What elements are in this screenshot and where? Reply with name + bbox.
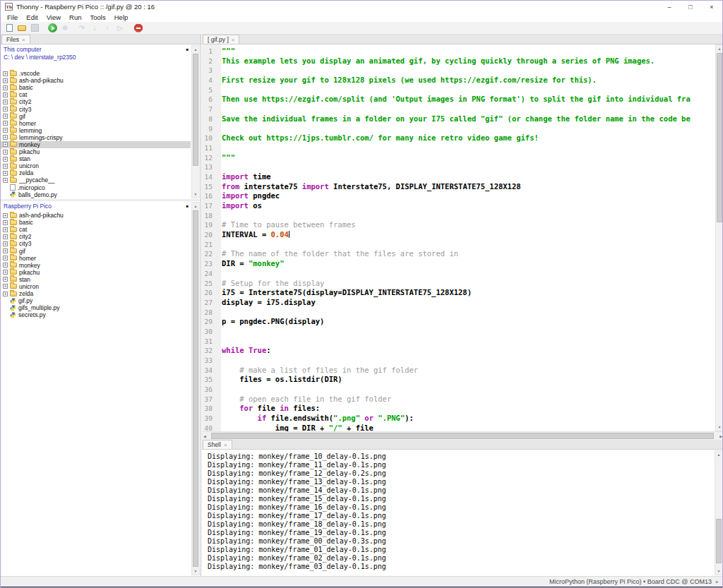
expand-icon[interactable]: + [3,277,8,282]
tree-item-ash-and-pikachu[interactable]: +ash-and-pikachu [1,77,191,84]
files-tab[interactable]: Files × [1,35,30,44]
expand-icon[interactable]: + [3,128,8,133]
tree-item-stan[interactable]: +stan [1,276,191,283]
scrollbar-thumb[interactable] [193,210,198,567]
scrollbar-thumb[interactable] [716,519,722,563]
open-file-button[interactable] [16,23,28,33]
panel-menu-icon[interactable]: ■ [186,47,189,52]
tree-item-__pycache__[interactable]: +__pycache__ [1,176,191,184]
scroll-down-icon[interactable]: ▼ [715,568,722,575]
editor-tab-gif-py[interactable]: [ gif.py ] × [203,35,239,44]
expand-icon[interactable]: + [3,256,8,260]
current-path[interactable]: C: \ dev \ interstate_rp2350 [1,54,201,61]
tree-item-.vscode[interactable]: +.vscode [1,70,191,77]
tree-item-lemmings-crispy[interactable]: +lemmings-crispy [1,134,191,141]
expand-icon[interactable]: + [3,248,8,253]
tree-item-unicron[interactable]: +unicron [1,162,191,169]
expand-icon[interactable]: + [3,220,8,225]
tree-item-pikachu[interactable]: +pikachu [1,148,191,155]
close-icon[interactable]: × [22,37,25,43]
tree-item-city3[interactable]: +city3 [1,105,191,112]
minimize-button[interactable]: – [659,1,680,13]
expand-icon[interactable]: + [3,284,8,289]
ukraine-flag-button[interactable] [151,23,162,33]
stop-button[interactable] [133,23,144,33]
interpreter-status[interactable]: MicroPython (Raspberry Pi Pico) • Board … [549,578,712,585]
scroll-up-icon[interactable]: ▲ [716,45,723,52]
expand-icon[interactable]: + [3,92,8,97]
scrollbar-thumb[interactable] [211,433,714,439]
code-editor[interactable]: 1"""2This example lets you display an an… [202,44,723,431]
expand-icon[interactable]: + [3,121,8,126]
tree-item-secrets.py[interactable]: secrets.py [1,311,191,318]
tree-item-balls_demo.py[interactable]: balls_demo.py [1,191,191,198]
status-menu-icon[interactable]: ≡ [715,580,718,584]
tree-item-stan[interactable]: +stan [1,155,191,162]
tree-item-zelda[interactable]: +zelda [1,169,191,176]
expand-icon[interactable]: + [3,85,8,90]
menu-file[interactable]: File [3,13,22,21]
expand-icon[interactable]: + [3,142,8,147]
tree-item-lemming[interactable]: +lemming [1,127,191,134]
tree-item-basic[interactable]: +basic [1,219,191,226]
expand-icon[interactable]: + [3,164,8,169]
tree-item-homer[interactable]: +homer [1,255,191,262]
files-scrollbar[interactable]: ▲ ▼ [191,45,200,198]
close-icon[interactable]: × [224,442,227,448]
tree-item-city2[interactable]: +city2 [1,98,191,105]
panel-menu-icon[interactable]: ■ [186,204,189,208]
run-button[interactable] [47,23,58,33]
scroll-down-icon[interactable]: ▼ [192,191,199,198]
expand-icon[interactable]: + [3,100,8,104]
tree-item-.micropico[interactable]: .micropico [1,184,191,191]
menu-view[interactable]: View [42,13,65,21]
tree-item-cat[interactable]: +cat [1,226,191,233]
shell-scrollbar[interactable]: ▲ ▼ [715,450,723,575]
expand-icon[interactable]: + [3,178,8,183]
expand-icon[interactable]: + [3,114,8,119]
menu-tools[interactable]: Tools [86,13,110,21]
expand-icon[interactable]: + [3,263,8,268]
tree-item-unicron[interactable]: +unicron [1,283,191,290]
menu-edit[interactable]: Edit [22,13,42,21]
new-file-button[interactable] [4,23,15,33]
tree-item-gif[interactable]: +gif [1,247,191,254]
tree-item-monkey[interactable]: +monkey [1,141,191,148]
tree-item-gif.py[interactable]: gif.py [1,297,191,304]
expand-icon[interactable]: + [3,234,8,239]
menu-help[interactable]: Help [110,13,133,21]
expand-icon[interactable]: + [3,171,8,176]
expand-icon[interactable]: + [3,71,8,76]
tree-item-city3[interactable]: +city3 [1,240,191,247]
tree-item-gifs_multiple.py[interactable]: gifs_multiple.py [1,304,191,311]
tree-item-city2[interactable]: +city2 [1,233,191,240]
menu-run[interactable]: Run [65,13,85,21]
expand-icon[interactable]: + [3,270,8,275]
scrollbar-thumb[interactable] [193,54,198,166]
expand-icon[interactable]: + [3,227,8,232]
expand-icon[interactable]: + [3,150,8,155]
editor-vertical-scrollbar[interactable]: ▲ ▼ [715,44,723,431]
tree-item-cat[interactable]: +cat [1,91,191,98]
tree-item-monkey[interactable]: +monkey [1,262,191,269]
scrollbar-thumb[interactable] [717,53,722,222]
tree-item-ash-and-pikachu[interactable]: +ash-and-pikachu [1,212,191,219]
scroll-down-icon[interactable]: ▼ [192,568,199,575]
tree-item-gif[interactable]: +gif [1,113,191,120]
scroll-up-icon[interactable]: ▲ [192,46,199,53]
shell-output[interactable]: Displaying: monkey/frame_10_delay-0.1s.p… [202,450,723,576]
tree-item-pikachu[interactable]: +pikachu [1,269,191,276]
scroll-up-icon[interactable]: ▲ [715,451,722,458]
tree-item-homer[interactable]: +homer [1,120,191,127]
close-button[interactable]: × [701,1,722,13]
expand-icon[interactable]: + [3,157,8,162]
expand-icon[interactable]: + [3,213,8,218]
pico-files-scrollbar[interactable]: ▲ ▼ [191,202,200,575]
tree-item-zelda[interactable]: +zelda [1,290,191,297]
tree-item-basic[interactable]: +basic [1,84,191,91]
maximize-button[interactable]: □ [680,1,701,13]
expand-icon[interactable]: + [3,135,8,140]
expand-icon[interactable]: + [3,78,8,83]
close-icon[interactable]: × [232,37,235,43]
expand-icon[interactable]: + [3,241,8,246]
